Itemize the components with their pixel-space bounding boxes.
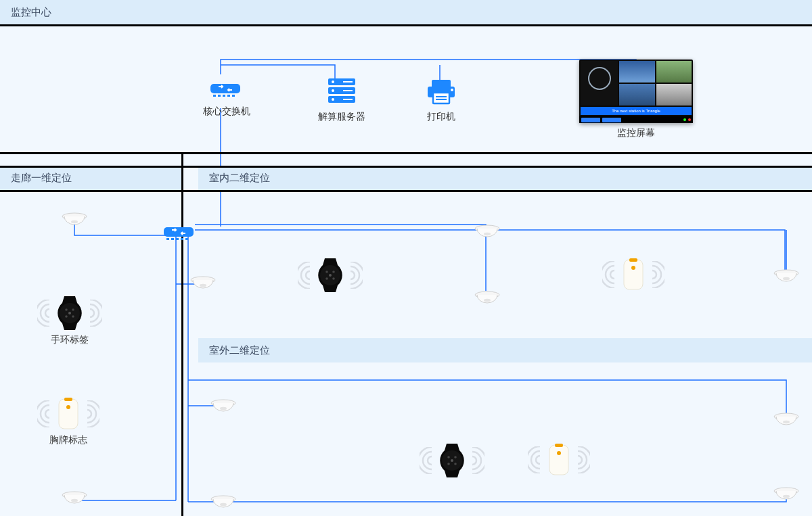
anchor-icon xyxy=(189,276,217,291)
device-bracelet: 手环标签 xyxy=(37,296,102,346)
divider xyxy=(0,166,812,168)
signal-waves-icon xyxy=(37,400,51,427)
anchor-icon xyxy=(773,487,800,502)
device-label: 解算服务器 xyxy=(318,111,365,123)
device-badge xyxy=(602,258,664,291)
device-label: 胸牌标志 xyxy=(49,434,87,446)
divider-vertical xyxy=(181,152,183,516)
badge-icon xyxy=(545,444,572,476)
anchor-icon xyxy=(474,291,501,306)
smartwatch-icon xyxy=(436,444,468,477)
divider xyxy=(0,152,812,154)
anchor-icon xyxy=(773,413,800,427)
monitor-screen-icon: The next station is Triangle xyxy=(579,60,693,123)
section-header-indoor: 室内二维定位 xyxy=(198,166,812,190)
signal-waves-icon xyxy=(471,447,484,474)
device-label: 手环标签 xyxy=(51,334,89,346)
badge-icon xyxy=(620,258,647,291)
device-badge xyxy=(528,444,590,476)
device-badge: 胸牌标志 xyxy=(37,398,99,446)
section-title: 监控中心 xyxy=(11,6,51,19)
device-monitor-screen: The next station is Triangle 监控屏幕 xyxy=(579,60,693,139)
badge-icon xyxy=(55,398,82,430)
section-title: 室内二维定位 xyxy=(209,172,270,185)
device-label: 打印机 xyxy=(427,111,455,123)
divider xyxy=(0,24,812,26)
anchor-icon xyxy=(773,269,800,284)
section-header-monitoring: 监控中心 xyxy=(0,0,812,24)
anchor-icon xyxy=(474,225,501,239)
anchor-icon xyxy=(210,399,237,414)
device-bracelet xyxy=(298,258,363,292)
anchor-icon xyxy=(210,495,237,510)
signal-waves-icon xyxy=(349,262,363,289)
section-header-outdoor: 室外二维定位 xyxy=(198,338,812,362)
device-label: 监控屏幕 xyxy=(617,127,655,139)
signal-waves-icon xyxy=(602,261,616,288)
server-icon xyxy=(325,74,358,107)
device-label: 核心交换机 xyxy=(203,105,250,118)
section-title: 室外二维定位 xyxy=(209,344,270,357)
device-core-switch: 核心交换机 xyxy=(203,74,250,118)
section-title: 走廊一维定位 xyxy=(11,172,72,185)
aggregation-switch xyxy=(162,218,198,246)
anchor-icon xyxy=(61,491,88,506)
device-bracelet xyxy=(420,444,484,477)
switch-icon xyxy=(209,74,244,101)
signal-waves-icon xyxy=(420,447,433,474)
signal-waves-icon xyxy=(89,300,102,327)
smartwatch-icon xyxy=(53,296,86,330)
smartwatch-icon xyxy=(314,258,346,292)
device-printer: 打印机 xyxy=(425,76,457,123)
signal-waves-icon xyxy=(298,262,311,289)
signal-waves-icon xyxy=(651,261,664,288)
section-header-corridor: 走廊一维定位 xyxy=(0,166,183,190)
signal-waves-icon xyxy=(577,446,590,473)
divider xyxy=(0,190,812,192)
switch-icon xyxy=(162,218,198,243)
printer-icon xyxy=(425,76,457,107)
device-solver-server: 解算服务器 xyxy=(318,74,365,123)
signal-waves-icon xyxy=(37,300,51,327)
signal-waves-icon xyxy=(86,400,99,427)
anchor-icon xyxy=(61,212,88,227)
signal-waves-icon xyxy=(528,446,541,473)
